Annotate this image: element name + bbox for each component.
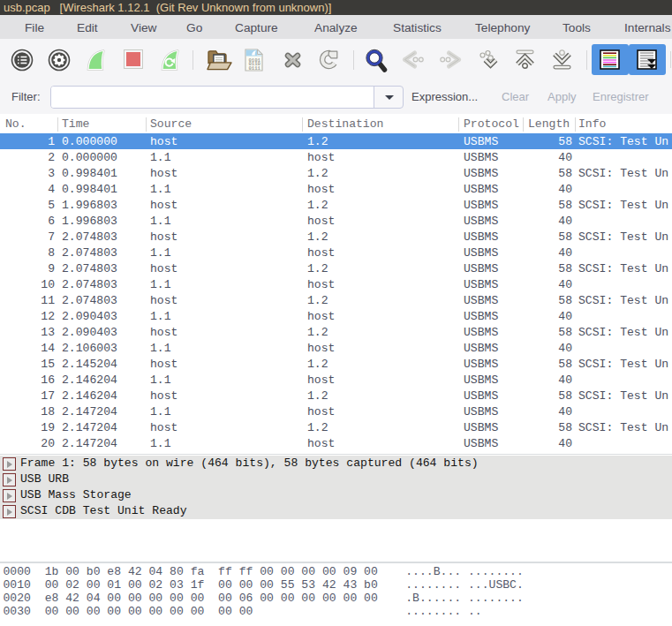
svg-text:0111: 0111	[249, 65, 261, 72]
